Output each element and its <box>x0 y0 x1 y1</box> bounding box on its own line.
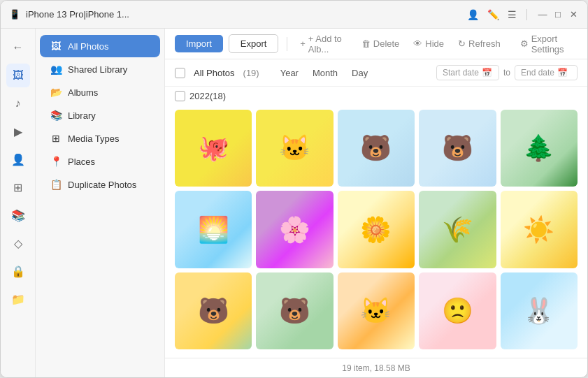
maximize-button[interactable]: □ <box>552 9 564 20</box>
year-group-header: 2022(18) <box>165 87 587 106</box>
photo-emoji-10: ☀️ <box>523 215 554 245</box>
photo-cell-10[interactable]: ☀️ <box>501 191 578 268</box>
year-group-label: 2022(18) <box>189 91 226 101</box>
folder-nav-icon[interactable]: 📁 <box>6 287 30 311</box>
export-settings-icon: ⚙ <box>520 38 529 49</box>
photo-emoji-11: 🐻 <box>198 296 229 326</box>
photo-cell-8[interactable]: 🌼 <box>338 191 415 268</box>
import-button[interactable]: Import <box>175 35 223 52</box>
all-photos-icon: 🖼 <box>50 41 62 52</box>
photo-emoji-8: 🌼 <box>360 215 392 245</box>
photo-emoji-15: 🐰 <box>523 296 554 326</box>
add-album-label: + Add to Alb... <box>308 34 347 54</box>
add-album-action[interactable]: + + Add to Alb... <box>296 31 352 57</box>
sidebar-label-library: Library <box>68 110 96 121</box>
select-all-checkbox[interactable] <box>175 68 185 78</box>
minimize-button[interactable]: — <box>537 9 548 20</box>
photo-cell-12[interactable]: 🐻 <box>256 272 333 349</box>
music-nav-icon[interactable]: ♪ <box>6 92 30 115</box>
apps-nav-icon[interactable]: ⊞ <box>6 175 30 199</box>
photo-emoji-6: 🌅 <box>198 215 229 245</box>
contacts-nav-icon[interactable]: 👤 <box>6 147 30 171</box>
start-date-placeholder: Start date <box>443 68 479 78</box>
sidebar-item-duplicate-photos[interactable]: 📋 Duplicate Photos <box>40 173 160 196</box>
shared-library-icon: 👥 <box>50 64 62 75</box>
export-settings-label: Export Settings <box>531 34 573 54</box>
main-content: Import Export + + Add to Alb... 🗑 Delete… <box>165 29 587 377</box>
toolbar-separator-1 <box>287 37 287 51</box>
photo-cell-4[interactable]: 🐻 <box>419 110 496 187</box>
photo-cell-15[interactable]: 🐰 <box>501 272 578 349</box>
books-nav-icon[interactable]: 📚 <box>6 203 30 227</box>
video-nav-icon[interactable]: ▶ <box>6 119 30 143</box>
titlebar: 📱 iPhone 13 Pro|iPhone 1... 👤 ✏️ ☰ — □ ✕ <box>1 1 587 29</box>
end-date-input[interactable]: End date 📅 <box>515 65 578 80</box>
photo-emoji-5: 🌲 <box>523 133 554 163</box>
photo-emoji-13: 🐱 <box>360 296 392 326</box>
sidebar-label-duplicate-photos: Duplicate Photos <box>68 180 136 190</box>
photo-cell-3[interactable]: 🐻 <box>338 110 415 187</box>
places-icon: 📍 <box>50 156 62 167</box>
sidebar-item-library[interactable]: 📚 Library <box>40 104 160 126</box>
photo-emoji-4: 🐻 <box>442 133 473 163</box>
lock-nav-icon[interactable]: 🔒 <box>6 259 30 283</box>
photo-cell-5[interactable]: 🌲 <box>501 110 578 187</box>
close-button[interactable]: ✕ <box>568 9 579 20</box>
photos-nav-icon[interactable]: 🖼 <box>6 64 30 87</box>
hide-icon: 👁 <box>413 38 422 49</box>
date-range-filter: Start date 📅 to End date 📅 <box>436 65 578 80</box>
all-photos-title: All Photos <box>194 68 235 78</box>
media-types-icon: ⊞ <box>50 133 62 144</box>
photo-emoji-1: 🐙 <box>198 133 229 163</box>
back-nav-icon[interactable]: ← <box>6 36 30 59</box>
sidebar-item-all-photos[interactable]: 🖼 All Photos <box>40 35 160 57</box>
sidebar-item-media-types[interactable]: ⊞ Media Types <box>40 127 160 150</box>
delete-action[interactable]: 🗑 Delete <box>357 36 404 52</box>
edit-icon[interactable]: ✏️ <box>487 9 499 20</box>
photo-cell-6[interactable]: 🌅 <box>175 191 252 268</box>
refresh-icon: ↻ <box>458 38 466 49</box>
photo-cell-7[interactable]: 🌸 <box>256 191 333 268</box>
month-nav-btn[interactable]: Month <box>307 66 343 80</box>
photo-emoji-14: 🙁 <box>442 296 473 326</box>
export-button[interactable]: Export <box>229 34 279 53</box>
day-nav-btn[interactable]: Day <box>346 66 373 80</box>
sidebar-label-shared-library: Shared Library <box>68 64 127 75</box>
photo-emoji-9: 🌾 <box>442 215 473 245</box>
photo-emoji-3: 🐻 <box>360 133 392 163</box>
device-icon: 📱 <box>9 9 20 20</box>
sidebar-label-all-photos: All Photos <box>68 41 109 52</box>
refresh-action[interactable]: ↻ Refresh <box>454 36 505 52</box>
sidebar-item-albums[interactable]: 📂 Albums <box>40 81 160 103</box>
main-toolbar: Import Export + + Add to Alb... 🗑 Delete… <box>165 29 587 59</box>
photo-cell-14[interactable]: 🙁 <box>419 272 496 349</box>
sidebar: 🖼 All Photos 👥 Shared Library 📂 Albums 📚… <box>36 29 165 377</box>
sidebar-item-shared-library[interactable]: 👥 Shared Library <box>40 58 160 80</box>
photo-header: All Photos (19) Year Month Day Start dat… <box>165 59 587 87</box>
bookmark-nav-icon[interactable]: ◇ <box>6 231 30 255</box>
year-nav-btn[interactable]: Year <box>275 66 304 80</box>
menu-icon[interactable]: ☰ <box>508 9 517 20</box>
status-bar: 19 item, 18.58 MB <box>165 358 587 377</box>
photo-cell-2[interactable]: 🐱 <box>256 110 333 187</box>
library-icon: 📚 <box>50 110 62 121</box>
delete-icon: 🗑 <box>361 38 371 49</box>
end-date-calendar-icon: 📅 <box>557 68 568 78</box>
photos-content: All Photos (19) Year Month Day Start dat… <box>165 59 587 377</box>
photo-cell-1[interactable]: 🐙 <box>175 110 252 187</box>
add-album-icon: + <box>300 38 306 49</box>
year-group-checkbox[interactable] <box>175 91 185 101</box>
photo-emoji-7: 🌸 <box>279 215 310 245</box>
photo-cell-13[interactable]: 🐱 <box>338 272 415 349</box>
app-body: ← 🖼 ♪ ▶ 👤 ⊞ 📚 ◇ 🔒 📁 🖼 All Photos 👥 Share… <box>1 29 587 377</box>
user-icon[interactable]: 👤 <box>467 9 479 20</box>
hide-action[interactable]: 👁 Hide <box>409 36 448 52</box>
sidebar-item-places[interactable]: 📍 Places <box>40 150 160 173</box>
photo-cell-9[interactable]: 🌾 <box>419 191 496 268</box>
start-date-input[interactable]: Start date 📅 <box>436 65 499 80</box>
left-icon-rail: ← 🖼 ♪ ▶ 👤 ⊞ 📚 ◇ 🔒 📁 <box>1 29 36 377</box>
export-settings-action[interactable]: ⚙ Export Settings <box>516 31 578 57</box>
photo-cell-11[interactable]: 🐻 <box>175 272 252 349</box>
sidebar-label-media-types: Media Types <box>68 133 119 144</box>
refresh-label: Refresh <box>468 38 501 49</box>
